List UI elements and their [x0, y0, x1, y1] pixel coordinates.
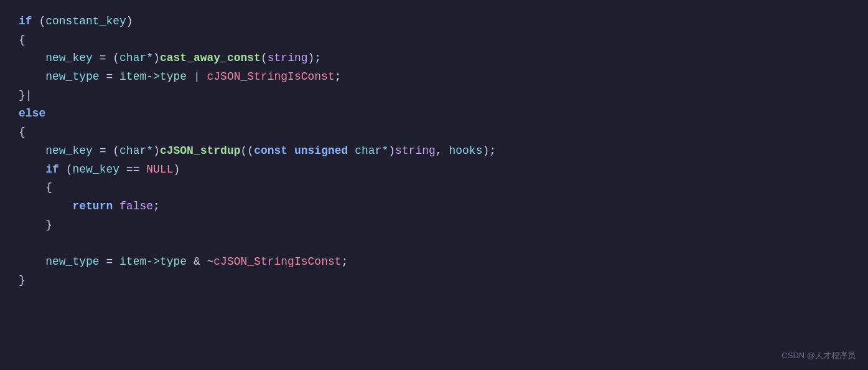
code-line-7: {: [19, 123, 849, 142]
code-line-3: new_key = (char*)cast_away_const(string)…: [19, 49, 849, 68]
code-line-9: if (new_key == NULL): [19, 161, 849, 179]
watermark: CSDN @人才程序员: [782, 349, 856, 363]
code-line-1: if (constant_key): [19, 12, 849, 31]
code-line-6: else: [19, 105, 849, 123]
code-line-11: return false;: [19, 197, 849, 216]
code-line-4: new_type = item->type | cJSON_StringIsCo…: [19, 68, 849, 87]
code-line-15: }: [19, 272, 849, 290]
code-block: if (constant_key) { new_key = (char*)cas…: [0, 0, 868, 370]
code-line-12: }: [19, 216, 849, 235]
code-line-13: [19, 234, 849, 253]
code-line-5: }|: [19, 87, 849, 105]
code-line-10: {: [19, 179, 849, 197]
code-line-8: new_key = (char*)cJSON_strdup((const uns…: [19, 142, 849, 161]
code-line-14: new_type = item->type & ~cJSON_StringIsC…: [19, 253, 849, 272]
code-line-2: {: [19, 31, 849, 50]
